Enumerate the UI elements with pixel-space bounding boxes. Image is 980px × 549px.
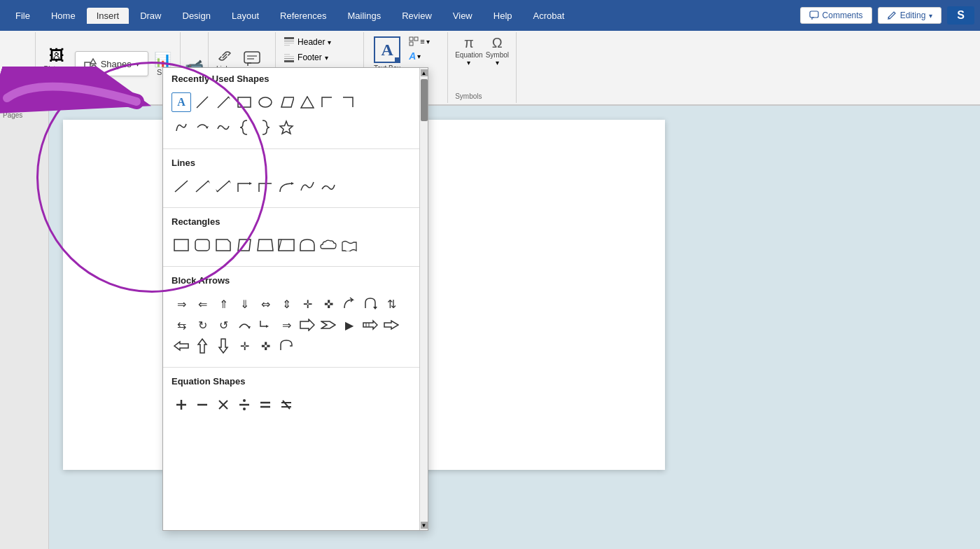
- rect-diagonal-stripe[interactable]: [276, 235, 296, 255]
- arrow-curved[interactable]: [234, 315, 254, 335]
- rect-parallelogram[interactable]: [234, 235, 254, 255]
- shape-squiggle[interactable]: [214, 118, 233, 137]
- tab-home[interactable]: Home: [41, 8, 85, 24]
- shape-curve-back[interactable]: [192, 118, 212, 137]
- tab-draw[interactable]: Draw: [130, 8, 171, 24]
- eq-multiply[interactable]: [214, 395, 233, 415]
- line-elbow2[interactable]: [255, 176, 275, 196]
- tab-acrobat[interactable]: Acrobat: [524, 8, 575, 24]
- shapes-dropdown-button[interactable]: Shapes ▾: [75, 51, 148, 76]
- scroll-down[interactable]: ▼: [421, 522, 428, 529]
- tab-help[interactable]: Help: [484, 8, 522, 24]
- rect-wave[interactable]: [340, 235, 359, 255]
- shape-line-diag2[interactable]: [214, 92, 233, 112]
- equation-chevron: ▾: [467, 59, 470, 67]
- eq-equals[interactable]: [255, 395, 275, 415]
- eq-not-equals[interactable]: [276, 395, 296, 415]
- arrow-right3[interactable]: [298, 315, 317, 335]
- arrow-uturn[interactable]: [360, 294, 380, 314]
- shape-star[interactable]: [276, 118, 296, 137]
- share-button[interactable]: S: [947, 6, 974, 25]
- shape-corner-rect1[interactable]: [318, 92, 338, 112]
- line-arrow[interactable]: [192, 176, 212, 196]
- block-arrows-grid: ⇒ ⇐ ⇑ ⇓ ⇔ ⇕ ✛ ✜ ⇅ ⇆ ↻ ↺ ⇒: [172, 294, 411, 356]
- scroll-up[interactable]: ▲: [421, 69, 428, 76]
- line-elbow[interactable]: [234, 176, 254, 196]
- shapes-dropdown-chevron: ▾: [136, 60, 139, 68]
- arrow-up-down[interactable]: ⇕: [276, 294, 296, 314]
- arrow-left-right2[interactable]: ⇆: [172, 315, 191, 335]
- line-scribble[interactable]: [298, 176, 317, 196]
- rect-snipped[interactable]: [214, 235, 233, 255]
- shape-text-cursor[interactable]: A: [172, 92, 191, 112]
- arrow-quad[interactable]: ✜: [318, 294, 338, 314]
- rect-plain[interactable]: [172, 235, 191, 255]
- arrow-chevron[interactable]: [318, 315, 338, 335]
- scrollbar[interactable]: ▲ ▼: [419, 68, 428, 530]
- tab-view[interactable]: View: [443, 8, 482, 24]
- shape-brace-open[interactable]: [234, 118, 254, 137]
- footer-button[interactable]: Footer ▾: [281, 50, 358, 64]
- shape-freeform[interactable]: [172, 118, 191, 137]
- arrow-quad2[interactable]: ✜: [255, 336, 275, 356]
- arrow-solid-right[interactable]: ▶: [340, 315, 359, 335]
- shape-rect[interactable]: [234, 92, 254, 112]
- shape-line-diag1[interactable]: [192, 92, 212, 112]
- wordart-button[interactable]: A ▾: [407, 49, 430, 63]
- comments-button[interactable]: Comments: [800, 7, 872, 24]
- header-button[interactable]: Header ▾: [281, 35, 358, 49]
- tab-file[interactable]: File: [6, 8, 40, 24]
- rect-half-circle[interactable]: [298, 235, 317, 255]
- equation-label: Equation: [455, 51, 482, 59]
- arrow-right[interactable]: ⇒: [172, 294, 191, 314]
- line-freeform2[interactable]: [318, 176, 338, 196]
- tab-layout[interactable]: Layout: [222, 8, 269, 24]
- arrow-down[interactable]: ⇓: [234, 294, 254, 314]
- arrow-cw[interactable]: ↻: [192, 315, 212, 335]
- arrow-cross[interactable]: ✛: [298, 294, 317, 314]
- arrow-left-right[interactable]: ⇔: [255, 294, 275, 314]
- tab-references[interactable]: References: [270, 8, 336, 24]
- arrow-u-turn[interactable]: [276, 336, 296, 356]
- line-plain[interactable]: [172, 176, 191, 196]
- eq-plus[interactable]: [172, 395, 191, 415]
- tab-mailings[interactable]: Mailings: [338, 8, 391, 24]
- eq-divide[interactable]: [234, 395, 254, 415]
- arrow-right2[interactable]: ⇒: [276, 315, 296, 335]
- pictures-button[interactable]: 🖼 Pictures ▾: [41, 46, 72, 82]
- svg-marker-45: [248, 326, 251, 329]
- shape-ellipse[interactable]: [255, 92, 275, 112]
- symbol-button[interactable]: Ω Symbol ▾: [486, 35, 509, 67]
- rect-cloud[interactable]: [318, 235, 338, 255]
- arrow-right-call[interactable]: [382, 315, 401, 335]
- quick-parts-button[interactable]: ≡ ▾: [407, 35, 430, 48]
- shape-triangle[interactable]: [298, 92, 317, 112]
- arrow-curve-right[interactable]: [340, 294, 359, 314]
- arrow-up[interactable]: ⇑: [214, 294, 233, 314]
- scroll-thumb[interactable]: [421, 79, 428, 121]
- line-double-arrow[interactable]: [214, 176, 233, 196]
- eq-minus[interactable]: [192, 395, 212, 415]
- recently-used-grid2: [172, 118, 411, 137]
- arrow-ccw[interactable]: ↺: [214, 315, 233, 335]
- tab-review[interactable]: Review: [392, 8, 442, 24]
- tab-insert[interactable]: Insert: [87, 8, 130, 24]
- arrow-cross2[interactable]: ✛: [234, 336, 254, 356]
- arrow-down2[interactable]: [214, 336, 233, 356]
- arrow-up-down2[interactable]: ⇅: [382, 294, 401, 314]
- tab-design[interactable]: Design: [173, 8, 220, 24]
- editing-button[interactable]: Editing ▾: [878, 7, 942, 24]
- line-curved[interactable]: [276, 176, 296, 196]
- equation-button[interactable]: π Equation ▾: [455, 35, 482, 67]
- shape-parallelogram[interactable]: [276, 92, 296, 112]
- rect-trapezoid[interactable]: [255, 235, 275, 255]
- arrow-left3[interactable]: [172, 336, 191, 356]
- arrow-striped[interactable]: [360, 315, 380, 335]
- rect-rounded[interactable]: [192, 235, 212, 255]
- shape-corner-rect2[interactable]: [340, 92, 359, 112]
- arrow-down-bend[interactable]: [255, 315, 275, 335]
- svg-rect-9: [284, 43, 294, 43]
- shape-brace-close[interactable]: [255, 118, 275, 137]
- arrow-left[interactable]: ⇐: [192, 294, 212, 314]
- arrow-up2[interactable]: [192, 336, 212, 356]
